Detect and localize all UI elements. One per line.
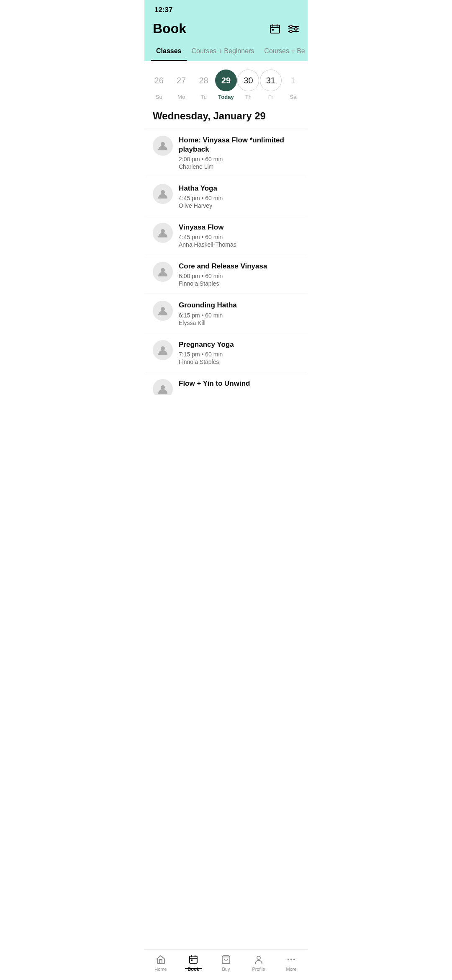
class-avatar-2	[153, 223, 173, 243]
class-instructor-2: Anna Haskell-Thomas	[179, 241, 299, 248]
calendar-day-30[interactable]: 30 Th	[237, 70, 259, 100]
calendar-day-28[interactable]: 28 Tu	[193, 70, 215, 100]
svg-point-10	[290, 30, 292, 33]
class-avatar-0	[153, 136, 173, 156]
cal-day-num-30: 30	[237, 70, 259, 91]
class-name-6: Flow + Yin to Unwind	[179, 379, 299, 388]
status-bar: 12:37	[144, 0, 308, 18]
calendar-strip: 26 Su 27 Mo 28 Tu 29 Today 30 Th 31 Fr 1…	[144, 61, 308, 105]
class-name-3: Core and Release Vinyasa	[179, 262, 299, 271]
svg-rect-4	[272, 29, 274, 31]
class-item-5[interactable]: Pregnancy Yoga 7:15 pm • 60 min Finnola …	[144, 333, 308, 372]
class-avatar-5	[153, 340, 173, 360]
cal-day-label-29: Today	[218, 94, 234, 100]
cal-day-label-27: Mo	[177, 94, 185, 100]
class-item-4[interactable]: Grounding Hatha 6:15 pm • 60 min Elyssa …	[144, 294, 308, 333]
header: Book	[144, 18, 308, 43]
svg-point-13	[161, 229, 165, 233]
class-name-5: Pregnancy Yoga	[179, 340, 299, 349]
svg-point-12	[161, 190, 165, 194]
tab-classes[interactable]: Classes	[151, 43, 187, 61]
class-meta-3: 6:00 pm • 60 min	[179, 273, 299, 279]
calendar-day-27[interactable]: 27 Mo	[170, 70, 192, 100]
class-list: Home: Vinyasa Flow *unlimited playback 2…	[144, 129, 308, 395]
class-instructor-5: Finnola Staples	[179, 358, 299, 365]
class-meta-1: 4:45 pm • 60 min	[179, 195, 299, 201]
class-avatar-3	[153, 262, 173, 282]
class-item-1[interactable]: Hatha Yoga 4:45 pm • 60 min Olive Harvey	[144, 177, 308, 216]
calendar-day-26[interactable]: 26 Su	[148, 70, 170, 100]
class-info-1: Hatha Yoga 4:45 pm • 60 min Olive Harvey	[179, 184, 299, 209]
class-item-2[interactable]: Vinyasa Flow 4:45 pm • 60 min Anna Haske…	[144, 216, 308, 255]
class-meta-5: 7:15 pm • 60 min	[179, 351, 299, 358]
class-name-4: Grounding Hatha	[179, 301, 299, 310]
class-meta-0: 2:00 pm • 60 min	[179, 156, 299, 162]
cal-day-num-31: 31	[260, 70, 282, 91]
class-meta-2: 4:45 pm • 60 min	[179, 234, 299, 240]
svg-rect-0	[270, 25, 280, 33]
class-info-0: Home: Vinyasa Flow *unlimited playback 2…	[179, 136, 299, 170]
status-time: 12:37	[154, 6, 172, 14]
cal-day-label-1: Sa	[290, 94, 296, 100]
svg-point-16	[161, 346, 165, 351]
calendar-day-1[interactable]: 1 Sa	[282, 70, 304, 100]
class-name-0: Home: Vinyasa Flow *unlimited playback	[179, 136, 299, 154]
tab-bar: Classes Courses + Beginners Courses + Be	[144, 43, 308, 61]
class-instructor-1: Olive Harvey	[179, 202, 299, 209]
filter-icon[interactable]	[288, 23, 299, 35]
calendar-day-31[interactable]: 31 Fr	[260, 70, 282, 100]
cal-day-label-30: Th	[245, 94, 252, 100]
page-title: Book	[153, 21, 186, 36]
cal-day-num-28: 28	[193, 70, 215, 91]
cal-day-num-29: 29	[215, 70, 237, 91]
svg-point-8	[290, 25, 292, 28]
cal-day-label-31: Fr	[268, 94, 273, 100]
class-item-0[interactable]: Home: Vinyasa Flow *unlimited playback 2…	[144, 129, 308, 177]
svg-point-9	[295, 28, 297, 30]
svg-point-17	[161, 385, 165, 389]
tab-courses-be[interactable]: Courses + Be	[259, 43, 308, 61]
class-info-6: Flow + Yin to Unwind	[179, 379, 299, 390]
class-avatar-6	[153, 379, 173, 395]
header-actions	[269, 23, 299, 35]
class-avatar-4	[153, 301, 173, 321]
cal-day-label-26: Su	[156, 94, 162, 100]
calendar-day-29[interactable]: 29 Today	[215, 70, 237, 100]
class-item-6[interactable]: Flow + Yin to Unwind	[144, 372, 308, 395]
cal-day-num-27: 27	[170, 70, 192, 91]
class-instructor-0: Charlene Lim	[179, 163, 299, 170]
class-info-3: Core and Release Vinyasa 6:00 pm • 60 mi…	[179, 262, 299, 287]
cal-day-label-28: Tu	[200, 94, 207, 100]
svg-point-11	[161, 142, 165, 146]
class-info-5: Pregnancy Yoga 7:15 pm • 60 min Finnola …	[179, 340, 299, 365]
date-heading: Wednesday, January 29	[144, 105, 308, 129]
class-instructor-3: Finnola Staples	[179, 280, 299, 287]
cal-day-num-1: 1	[282, 70, 304, 91]
svg-point-15	[161, 307, 165, 311]
calendar-icon[interactable]	[269, 23, 281, 35]
class-info-4: Grounding Hatha 6:15 pm • 60 min Elyssa …	[179, 301, 299, 326]
svg-point-14	[161, 268, 165, 272]
class-instructor-4: Elyssa Kill	[179, 320, 299, 326]
cal-day-num-26: 26	[148, 70, 170, 91]
tab-courses-beginners[interactable]: Courses + Beginners	[187, 43, 259, 61]
class-info-2: Vinyasa Flow 4:45 pm • 60 min Anna Haske…	[179, 223, 299, 248]
class-name-2: Vinyasa Flow	[179, 223, 299, 232]
class-avatar-1	[153, 184, 173, 204]
class-item-3[interactable]: Core and Release Vinyasa 6:00 pm • 60 mi…	[144, 255, 308, 294]
class-meta-4: 6:15 pm • 60 min	[179, 312, 299, 319]
class-name-1: Hatha Yoga	[179, 184, 299, 193]
